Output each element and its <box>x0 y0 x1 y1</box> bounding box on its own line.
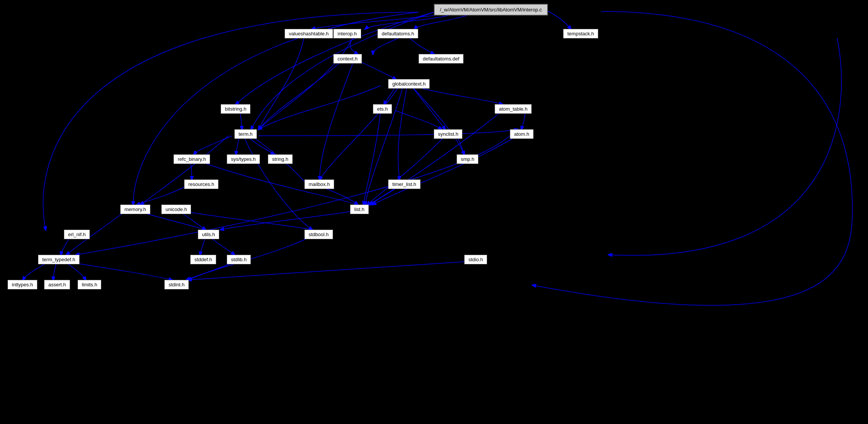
node-resources-h: resources.h <box>184 179 218 189</box>
node-list-h: list.h <box>350 205 369 214</box>
node-string-h: string.h <box>268 154 293 164</box>
node-stdlib-h: stdlib.h <box>227 255 251 264</box>
node-bitstring-h: bitstring.h <box>221 104 250 114</box>
node-refc-binary-h: refc_binary.h <box>174 154 210 164</box>
node-inttypes-h: inttypes.h <box>8 280 37 289</box>
node-interop-c: /_w/AtomVM/AtomVM/src/libAtomVM/interop.… <box>434 4 548 16</box>
node-unicode-h: unicode.h <box>161 205 191 214</box>
node-limits-h: limits.h <box>78 280 101 289</box>
node-mailbox-h: mailbox.h <box>304 179 334 189</box>
node-atom-h: atom.h <box>510 129 534 139</box>
node-stddef-h: stddef.h <box>190 255 216 264</box>
node-stdint-h: stdint.h <box>164 280 189 289</box>
node-ets-h: ets.h <box>373 104 392 114</box>
node-assert-h: assert.h <box>44 280 70 289</box>
node-term-h: term.h <box>234 129 257 139</box>
node-timer-list-h: timer_list.h <box>388 179 420 189</box>
node-stdbool-h: stdbool.h <box>304 230 333 239</box>
node-defaultatoms-def: defaultatoms.def <box>419 54 463 64</box>
node-valueshashtable-h: valueshashtable.h <box>285 29 333 38</box>
node-defaultatoms-h: defaultatoms.h <box>377 29 418 38</box>
node-smp-h: smp.h <box>457 154 478 164</box>
node-globalcontext-h: globalcontext.h <box>388 79 430 89</box>
node-synclist-h: synclist.h <box>434 129 462 139</box>
node-term-typedef-h: term_typedef.h <box>38 255 80 264</box>
node-stdio-h: stdio.h <box>464 255 487 264</box>
node-interop-h: interop.h <box>333 29 361 38</box>
node-utils-h: utils.h <box>198 230 219 239</box>
node-memory-h: memory.h <box>120 205 150 214</box>
node-erl-nif-h: erl_nif.h <box>64 230 90 239</box>
node-tempstack-h: tempstack.h <box>563 29 598 38</box>
node-atom-table-h: atom_table.h <box>495 104 532 114</box>
node-sys-types-h: sys/types.h <box>227 154 260 164</box>
node-context-h: context.h <box>333 54 362 64</box>
